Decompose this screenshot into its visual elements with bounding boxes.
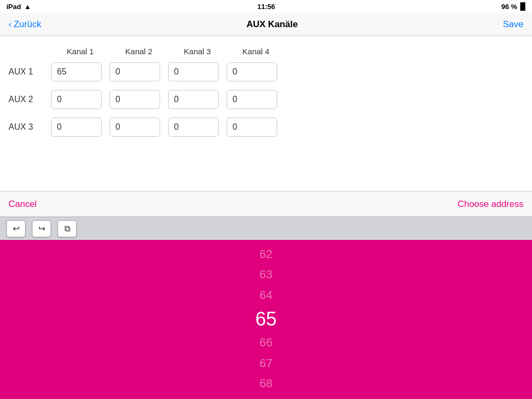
status-left: iPad ▲	[6, 3, 31, 11]
col-header-4: Kanal 4	[227, 45, 285, 58]
battery-icon: ▉	[520, 3, 526, 11]
table-row: AUX 3	[9, 118, 523, 137]
aux1-kanal1-input[interactable]	[51, 62, 102, 81]
copy-button[interactable]: ⧉	[57, 220, 77, 237]
back-button[interactable]: ‹ Zurück	[9, 19, 41, 30]
redo-button[interactable]: ↪	[32, 220, 51, 237]
device-label: iPad	[6, 3, 21, 11]
save-button[interactable]: Save	[503, 19, 523, 30]
redo-icon: ↪	[38, 223, 45, 234]
aux2-kanal2-input[interactable]	[110, 90, 160, 109]
wifi-icon: ▲	[24, 3, 31, 11]
table-row: AUX 1	[9, 62, 523, 81]
undo-icon: ↩	[13, 223, 20, 234]
aux2-kanal1-input[interactable]	[51, 90, 102, 109]
nav-title: AUX Kanäle	[246, 19, 297, 30]
aux3-label: AUX 3	[9, 122, 51, 132]
choose-address-button[interactable]: Choose address	[458, 199, 523, 210]
picker-number-62: 62	[245, 244, 287, 264]
aux1-kanal3-input[interactable]	[168, 62, 219, 81]
status-time: 11:56	[257, 3, 275, 11]
back-label: Zurück	[14, 19, 41, 30]
bottom-action-bar: Cancel Choose address	[0, 191, 532, 217]
aux2-kanal3-input[interactable]	[168, 90, 219, 109]
aux2-label: AUX 2	[9, 95, 51, 104]
aux1-label: AUX 1	[9, 67, 51, 77]
picker-number-63: 63	[245, 264, 287, 285]
cancel-button[interactable]: Cancel	[9, 199, 37, 210]
main-content: Kanal 1 Kanal 2 Kanal 3 Kanal 4 AUX 1 AU…	[0, 36, 532, 191]
picker-number-64: 64	[245, 285, 287, 305]
number-picker[interactable]: 62 63 64 65 66 67 68	[0, 240, 532, 399]
picker-number-65-selected: 65	[245, 305, 287, 332]
picker-number-68: 68	[245, 373, 287, 394]
col-header-2: Kanal 2	[110, 45, 168, 58]
aux2-kanal4-input[interactable]	[227, 90, 277, 109]
aux3-kanal4-input[interactable]	[227, 118, 277, 137]
chevron-left-icon: ‹	[9, 19, 12, 30]
aux1-kanal4-input[interactable]	[227, 62, 277, 81]
table-header: Kanal 1 Kanal 2 Kanal 3 Kanal 4	[9, 45, 523, 58]
col-header-empty	[9, 45, 51, 58]
aux3-kanal3-input[interactable]	[168, 118, 219, 137]
status-right: 96 % ▉	[501, 3, 526, 11]
aux1-kanal2-input[interactable]	[110, 62, 160, 81]
aux3-kanal2-input[interactable]	[110, 118, 160, 137]
keyboard-toolbar: ↩ ↪ ⧉	[0, 217, 532, 240]
table-area: Kanal 1 Kanal 2 Kanal 3 Kanal 4 AUX 1 AU…	[0, 36, 532, 191]
picker-numbers: 62 63 64 65 66 67 68	[245, 244, 287, 394]
picker-number-66: 66	[245, 332, 287, 353]
aux3-kanal1-input[interactable]	[51, 118, 102, 137]
nav-bar: ‹ Zurück AUX Kanäle Save	[0, 13, 532, 36]
undo-button[interactable]: ↩	[6, 220, 26, 237]
table-row: AUX 2	[9, 90, 523, 109]
copy-icon: ⧉	[64, 224, 70, 234]
battery-label: 96 %	[501, 3, 517, 11]
col-header-3: Kanal 3	[168, 45, 227, 58]
picker-number-67: 67	[245, 353, 287, 373]
col-header-1: Kanal 1	[51, 45, 110, 58]
status-bar: iPad ▲ 11:56 96 % ▉	[0, 0, 532, 13]
